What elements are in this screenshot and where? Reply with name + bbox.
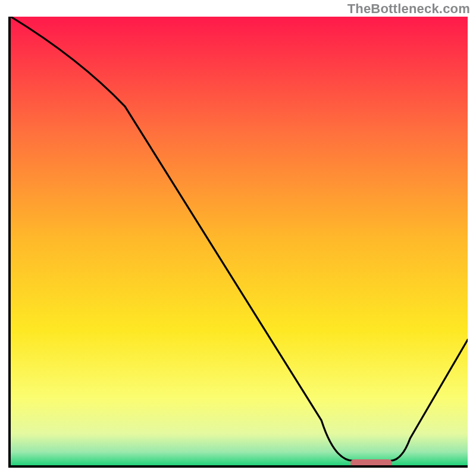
watermark-text: TheBottleneck.com bbox=[347, 1, 470, 17]
bottleneck-chart: TheBottleneck.com bbox=[0, 0, 476, 476]
gradient-background bbox=[11, 17, 468, 465]
plot-area bbox=[8, 17, 468, 468]
svg-rect-0 bbox=[11, 17, 468, 465]
optimal-range-marker bbox=[350, 459, 392, 467]
